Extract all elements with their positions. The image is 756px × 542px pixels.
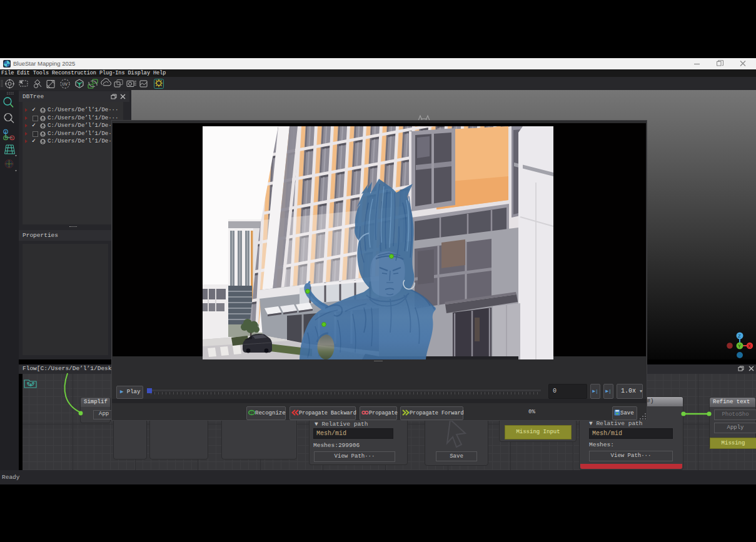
svg-text:Y: Y	[738, 343, 741, 349]
svg-text:X: X	[748, 343, 751, 349]
svg-text:Z: Z	[738, 333, 741, 339]
svg-text:UV: UV	[63, 82, 68, 87]
